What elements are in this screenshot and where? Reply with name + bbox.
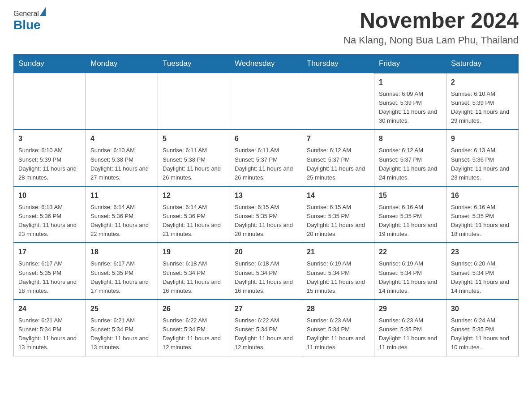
day-info: Sunrise: 6:17 AM Sunset: 5:35 PM Dayligh… — [18, 259, 81, 295]
day-info: Sunrise: 6:22 AM Sunset: 5:34 PM Dayligh… — [235, 316, 297, 352]
day-info: Sunrise: 6:14 AM Sunset: 5:36 PM Dayligh… — [163, 203, 225, 239]
calendar-cell: 26Sunrise: 6:22 AM Sunset: 5:34 PM Dayli… — [158, 300, 230, 356]
day-number: 30 — [451, 304, 514, 314]
day-info: Sunrise: 6:13 AM Sunset: 5:36 PM Dayligh… — [18, 203, 81, 239]
day-info: Sunrise: 6:12 AM Sunset: 5:37 PM Dayligh… — [379, 146, 442, 182]
day-number: 23 — [451, 247, 514, 257]
calendar-cell: 2Sunrise: 6:10 AM Sunset: 5:39 PM Daylig… — [446, 73, 519, 130]
day-info: Sunrise: 6:18 AM Sunset: 5:34 PM Dayligh… — [235, 259, 297, 295]
day-info: Sunrise: 6:23 AM Sunset: 5:35 PM Dayligh… — [379, 316, 442, 352]
day-info: Sunrise: 6:16 AM Sunset: 5:35 PM Dayligh… — [379, 203, 442, 239]
day-info: Sunrise: 6:11 AM Sunset: 5:38 PM Dayligh… — [163, 146, 225, 182]
calendar-week-row: 3Sunrise: 6:10 AM Sunset: 5:39 PM Daylig… — [14, 129, 519, 186]
day-info: Sunrise: 6:17 AM Sunset: 5:35 PM Dayligh… — [90, 259, 153, 295]
calendar-cell — [158, 73, 230, 130]
day-info: Sunrise: 6:20 AM Sunset: 5:34 PM Dayligh… — [451, 259, 514, 295]
calendar-cell: 29Sunrise: 6:23 AM Sunset: 5:35 PM Dayli… — [374, 300, 446, 356]
day-info: Sunrise: 6:09 AM Sunset: 5:39 PM Dayligh… — [379, 90, 442, 126]
day-info: Sunrise: 6:24 AM Sunset: 5:35 PM Dayligh… — [451, 316, 514, 352]
calendar-header-tuesday: Tuesday — [158, 54, 230, 73]
calendar-cell: 8Sunrise: 6:12 AM Sunset: 5:37 PM Daylig… — [374, 129, 446, 186]
day-number: 2 — [451, 77, 514, 88]
calendar-cell: 16Sunrise: 6:16 AM Sunset: 5:35 PM Dayli… — [446, 186, 519, 243]
logo-area: General Blue — [13, 9, 47, 32]
day-info: Sunrise: 6:21 AM Sunset: 5:34 PM Dayligh… — [90, 316, 153, 352]
day-info: Sunrise: 6:15 AM Sunset: 5:35 PM Dayligh… — [307, 203, 369, 239]
calendar-cell: 9Sunrise: 6:13 AM Sunset: 5:36 PM Daylig… — [446, 129, 519, 186]
day-info: Sunrise: 6:10 AM Sunset: 5:38 PM Dayligh… — [90, 146, 153, 182]
day-info: Sunrise: 6:11 AM Sunset: 5:37 PM Dayligh… — [235, 146, 297, 182]
month-title: November 2024 — [343, 9, 519, 33]
day-number: 10 — [18, 190, 81, 201]
day-number: 26 — [163, 304, 225, 314]
day-number: 11 — [90, 190, 153, 201]
calendar-cell: 3Sunrise: 6:10 AM Sunset: 5:39 PM Daylig… — [14, 129, 86, 186]
calendar-cell: 23Sunrise: 6:20 AM Sunset: 5:34 PM Dayli… — [446, 243, 519, 300]
calendar-cell: 17Sunrise: 6:17 AM Sunset: 5:35 PM Dayli… — [14, 243, 86, 300]
day-number: 14 — [307, 190, 369, 201]
location-subtitle: Na Klang, Nong Bua Lam Phu, Thailand — [343, 34, 519, 46]
calendar-cell: 12Sunrise: 6:14 AM Sunset: 5:36 PM Dayli… — [158, 186, 230, 243]
calendar-cell: 10Sunrise: 6:13 AM Sunset: 5:36 PM Dayli… — [14, 186, 86, 243]
day-number: 24 — [18, 304, 81, 314]
logo-triangle-icon — [40, 7, 46, 16]
calendar-header-thursday: Thursday — [302, 54, 374, 73]
calendar-header-wednesday: Wednesday — [230, 54, 302, 73]
day-info: Sunrise: 6:19 AM Sunset: 5:34 PM Dayligh… — [379, 259, 442, 295]
day-number: 28 — [307, 304, 369, 314]
calendar-cell: 1Sunrise: 6:09 AM Sunset: 5:39 PM Daylig… — [374, 73, 446, 130]
calendar-week-row: 10Sunrise: 6:13 AM Sunset: 5:36 PM Dayli… — [14, 186, 519, 243]
calendar-week-row: 24Sunrise: 6:21 AM Sunset: 5:34 PM Dayli… — [14, 300, 519, 356]
day-number: 29 — [379, 304, 442, 314]
day-number: 22 — [379, 247, 442, 257]
day-number: 7 — [307, 133, 369, 144]
calendar-cell: 11Sunrise: 6:14 AM Sunset: 5:36 PM Dayli… — [86, 186, 158, 243]
calendar-cell: 5Sunrise: 6:11 AM Sunset: 5:38 PM Daylig… — [158, 129, 230, 186]
logo-general-text: General — [13, 10, 39, 18]
calendar-cell: 25Sunrise: 6:21 AM Sunset: 5:34 PM Dayli… — [86, 300, 158, 356]
calendar-cell: 19Sunrise: 6:18 AM Sunset: 5:34 PM Dayli… — [158, 243, 230, 300]
calendar-cell — [14, 73, 86, 130]
day-number: 3 — [18, 133, 81, 144]
day-info: Sunrise: 6:23 AM Sunset: 5:34 PM Dayligh… — [307, 316, 369, 352]
calendar-week-row: 17Sunrise: 6:17 AM Sunset: 5:35 PM Dayli… — [14, 243, 519, 300]
day-info: Sunrise: 6:14 AM Sunset: 5:36 PM Dayligh… — [90, 203, 153, 239]
calendar-cell: 18Sunrise: 6:17 AM Sunset: 5:35 PM Dayli… — [86, 243, 158, 300]
calendar-table: SundayMondayTuesdayWednesdayThursdayFrid… — [13, 54, 519, 356]
calendar-week-row: 1Sunrise: 6:09 AM Sunset: 5:39 PM Daylig… — [14, 73, 519, 130]
calendar-header-sunday: Sunday — [14, 54, 86, 73]
calendar-cell: 6Sunrise: 6:11 AM Sunset: 5:37 PM Daylig… — [230, 129, 302, 186]
calendar-cell: 7Sunrise: 6:12 AM Sunset: 5:37 PM Daylig… — [302, 129, 374, 186]
day-number: 20 — [235, 247, 297, 257]
day-number: 12 — [163, 190, 225, 201]
calendar-cell: 24Sunrise: 6:21 AM Sunset: 5:34 PM Dayli… — [14, 300, 86, 356]
calendar-cell: 21Sunrise: 6:19 AM Sunset: 5:34 PM Dayli… — [302, 243, 374, 300]
day-number: 13 — [235, 190, 297, 201]
calendar-cell: 15Sunrise: 6:16 AM Sunset: 5:35 PM Dayli… — [374, 186, 446, 243]
logo-blue-text: Blue — [13, 18, 41, 32]
day-info: Sunrise: 6:21 AM Sunset: 5:34 PM Dayligh… — [18, 316, 81, 352]
calendar-cell: 22Sunrise: 6:19 AM Sunset: 5:34 PM Dayli… — [374, 243, 446, 300]
title-area: November 2024 Na Klang, Nong Bua Lam Phu… — [343, 9, 519, 46]
day-info: Sunrise: 6:15 AM Sunset: 5:35 PM Dayligh… — [235, 203, 297, 239]
day-number: 8 — [379, 133, 442, 144]
day-info: Sunrise: 6:13 AM Sunset: 5:36 PM Dayligh… — [451, 146, 514, 182]
day-info: Sunrise: 6:16 AM Sunset: 5:35 PM Dayligh… — [451, 203, 514, 239]
day-number: 18 — [90, 247, 153, 257]
day-number: 4 — [90, 133, 153, 144]
day-number: 17 — [18, 247, 81, 257]
calendar-cell: 14Sunrise: 6:15 AM Sunset: 5:35 PM Dayli… — [302, 186, 374, 243]
day-info: Sunrise: 6:10 AM Sunset: 5:39 PM Dayligh… — [451, 90, 514, 126]
calendar-header-monday: Monday — [86, 54, 158, 73]
calendar-cell: 30Sunrise: 6:24 AM Sunset: 5:35 PM Dayli… — [446, 300, 519, 356]
day-number: 1 — [379, 77, 442, 88]
day-number: 15 — [379, 190, 442, 201]
day-number: 6 — [235, 133, 297, 144]
day-info: Sunrise: 6:10 AM Sunset: 5:39 PM Dayligh… — [18, 146, 81, 182]
day-number: 9 — [451, 133, 514, 144]
calendar-header-row: SundayMondayTuesdayWednesdayThursdayFrid… — [14, 54, 519, 73]
day-info: Sunrise: 6:12 AM Sunset: 5:37 PM Dayligh… — [307, 146, 369, 182]
calendar-cell — [230, 73, 302, 130]
calendar-header-saturday: Saturday — [446, 54, 519, 73]
page-header: General Blue November 2024 Na Klang, Non… — [13, 9, 519, 46]
